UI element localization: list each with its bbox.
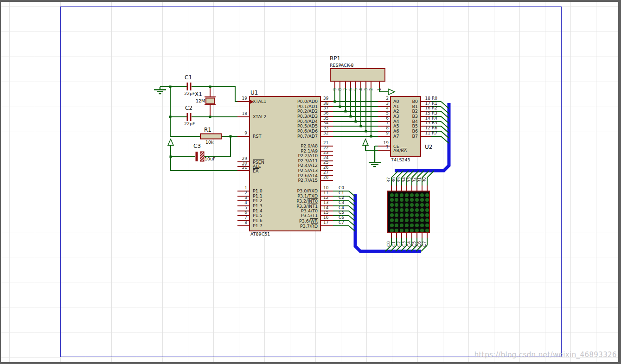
matrix-dot bbox=[405, 213, 409, 217]
matrix-dot bbox=[405, 208, 409, 212]
matrix-dot bbox=[425, 218, 429, 222]
junction-dot bbox=[339, 106, 341, 108]
matrix-dot bbox=[410, 213, 414, 217]
matrix-dot bbox=[420, 224, 424, 227]
matrix-dot bbox=[415, 193, 419, 197]
matrix-dot bbox=[425, 224, 429, 227]
matrix-dot bbox=[395, 224, 398, 227]
junction-dot bbox=[365, 130, 367, 133]
matrix-dot bbox=[410, 208, 414, 212]
power-arrow-rp1[interactable] bbox=[379, 88, 395, 95]
matrix-dot bbox=[415, 229, 419, 232]
led-matrix-8x8[interactable] bbox=[387, 191, 430, 233]
matrix-dot bbox=[410, 198, 414, 202]
ground-symbol-u2[interactable] bbox=[369, 146, 381, 166]
matrix-dot bbox=[410, 229, 414, 232]
schematic-canvas: U1 AT89C51 U2 74LS245 RP1 RESPACK-8 C1 2… bbox=[0, 0, 621, 364]
c3-capacitor[interactable] bbox=[196, 152, 205, 161]
matrix-dot bbox=[405, 218, 409, 222]
matrix-dot bbox=[420, 193, 424, 197]
matrix-dot bbox=[425, 193, 429, 197]
matrix-dot bbox=[395, 213, 398, 217]
wire-rp1-pin1[interactable] bbox=[379, 88, 388, 92]
matrix-dot bbox=[415, 203, 419, 207]
matrix-dot bbox=[405, 229, 409, 232]
rp1-body[interactable] bbox=[330, 69, 385, 81]
matrix-dot bbox=[410, 224, 414, 227]
junction-dot bbox=[209, 116, 211, 118]
matrix-dot bbox=[415, 218, 419, 222]
top-edge-strip bbox=[0, 0, 621, 2]
matrix-dot bbox=[420, 198, 424, 202]
junction-dot bbox=[169, 86, 172, 88]
right-edge-strip bbox=[618, 0, 621, 364]
matrix-dot bbox=[395, 208, 398, 212]
matrix-dot bbox=[420, 213, 424, 217]
matrix-dot bbox=[395, 229, 398, 232]
matrix-dot bbox=[420, 218, 424, 222]
matrix-dot bbox=[400, 224, 403, 227]
matrix-dot bbox=[390, 203, 394, 207]
matrix-dot bbox=[410, 193, 414, 197]
matrix-dot bbox=[425, 198, 429, 202]
matrix-dot bbox=[425, 213, 429, 217]
matrix-dot bbox=[400, 229, 403, 232]
matrix-dot bbox=[390, 193, 394, 197]
junction-dot bbox=[355, 121, 357, 123]
matrix-dot bbox=[400, 213, 403, 217]
c2-capacitor[interactable] bbox=[187, 113, 191, 121]
matrix-dot bbox=[415, 208, 419, 212]
left-edge-strip bbox=[0, 0, 1, 364]
matrix-dot bbox=[405, 203, 409, 207]
matrix-dot bbox=[400, 208, 403, 212]
matrix-dot bbox=[420, 203, 424, 207]
junction-dot bbox=[350, 115, 352, 118]
matrix-dot bbox=[395, 218, 398, 222]
matrix-dot bbox=[425, 208, 429, 212]
matrix-dot bbox=[425, 203, 429, 207]
matrix-dot bbox=[395, 203, 398, 207]
junction-dot bbox=[370, 135, 372, 138]
matrix-dot bbox=[390, 208, 394, 212]
matrix-dot bbox=[390, 198, 394, 202]
c1-capacitor[interactable] bbox=[187, 83, 191, 90]
junction-dot bbox=[360, 125, 362, 128]
junction-dot bbox=[170, 156, 172, 158]
matrix-dot bbox=[390, 229, 394, 232]
matrix-dot bbox=[400, 193, 403, 197]
matrix-dot bbox=[415, 213, 419, 217]
power-arrow-reset[interactable] bbox=[168, 139, 173, 146]
left-circuit-wires[interactable] bbox=[160, 87, 237, 171]
matrix-dot bbox=[400, 218, 403, 222]
matrix-dot bbox=[405, 224, 409, 227]
ground-symbol-left[interactable] bbox=[154, 87, 166, 94]
junction-dot bbox=[345, 110, 347, 113]
matrix-dot bbox=[390, 224, 394, 227]
matrix-dot bbox=[410, 203, 414, 207]
matrix-dot bbox=[400, 198, 403, 202]
power-arrow-u2[interactable] bbox=[363, 139, 368, 146]
u2-control-wires[interactable] bbox=[365, 146, 378, 150]
x1-crystal[interactable] bbox=[205, 87, 216, 116]
matrix-dot bbox=[425, 229, 429, 232]
junction-dot bbox=[169, 116, 172, 118]
u2-chip-body[interactable] bbox=[391, 96, 421, 157]
junction-dot bbox=[209, 86, 211, 88]
bottom-edge-strip bbox=[0, 362, 621, 364]
r1-resistor-body[interactable] bbox=[200, 134, 221, 139]
junction-dot bbox=[230, 135, 232, 138]
matrix-dot bbox=[395, 193, 398, 197]
matrix-dot bbox=[410, 218, 414, 222]
wire-segment[interactable] bbox=[349, 191, 355, 197]
matrix-dot bbox=[405, 193, 409, 197]
matrix-dot bbox=[415, 198, 419, 202]
wire-xtal1-net[interactable] bbox=[160, 87, 237, 102]
matrix-dot bbox=[390, 218, 394, 222]
matrix-dot bbox=[415, 224, 419, 227]
schematic-drawing bbox=[0, 0, 621, 364]
matrix-dot bbox=[390, 213, 394, 217]
wire-segment[interactable] bbox=[421, 245, 427, 251]
matrix-dot bbox=[405, 198, 409, 202]
u1-chip-body[interactable] bbox=[250, 96, 320, 231]
junction-dot bbox=[334, 101, 336, 103]
